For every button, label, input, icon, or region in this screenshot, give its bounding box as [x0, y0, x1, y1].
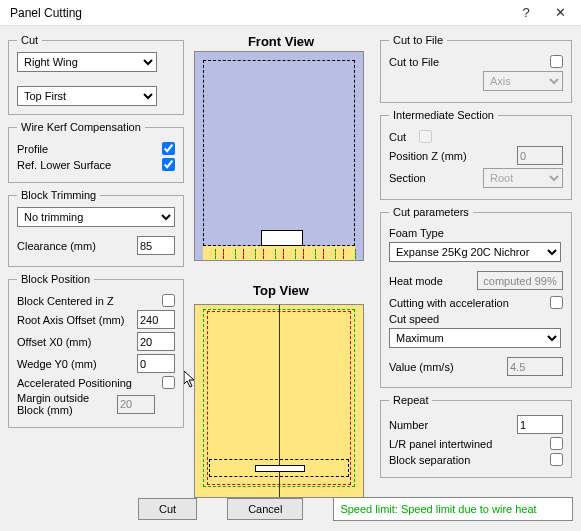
section-label: Section [389, 172, 483, 184]
heat-label: Heat mode [389, 275, 477, 287]
inter-cut-check [419, 130, 432, 143]
sep-label: Block separation [389, 454, 550, 466]
cancel-button[interactable]: Cancel [227, 498, 303, 520]
axis-select: Axis [483, 71, 563, 91]
posz-label: Position Z (mm) [389, 150, 517, 162]
cut-params-legend: Cut parameters [389, 206, 473, 218]
accel-pos-check[interactable] [162, 376, 175, 389]
front-view-canvas [194, 51, 364, 261]
inter-cut-label: Cut [389, 131, 419, 143]
wing-select[interactable]: Right Wing [17, 52, 157, 72]
status-text: Speed limit: Speed limit due to wire hea… [333, 497, 573, 521]
intermediate-group: Intermediate Section Cut Position Z (mm)… [380, 109, 572, 200]
block-pos-group: Block Position Block Centered in Z Root … [8, 273, 184, 428]
close-button[interactable]: ✕ [543, 2, 577, 24]
foam-select[interactable]: Expanse 25Kg 20C Nichror [389, 242, 561, 262]
ref-lower-label: Ref. Lower Surface [17, 159, 162, 171]
posz-input [517, 146, 563, 165]
value-label: Value (mm/s) [389, 361, 507, 373]
block-trim-legend: Block Trimming [17, 189, 100, 201]
cut-to-file-check[interactable] [550, 55, 563, 68]
root-axis-input[interactable] [137, 310, 175, 329]
accel-pos-label: Accelerated Positioning [17, 377, 162, 389]
cut-group: Cut Right Wing Top First [8, 34, 184, 115]
trim-mode-select[interactable]: No trimming [17, 207, 175, 227]
ref-lower-check[interactable] [162, 158, 175, 171]
root-axis-label: Root Axis Offset (mm) [17, 314, 137, 326]
cut-speed-select[interactable]: Maximum [389, 328, 561, 348]
help-button[interactable]: ? [509, 2, 543, 24]
intermediate-legend: Intermediate Section [389, 109, 498, 121]
cut-params-group: Cut parameters Foam Type Expanse 25Kg 20… [380, 206, 572, 388]
order-select[interactable]: Top First [17, 86, 157, 106]
repeat-number-label: Number [389, 419, 517, 431]
kerf-group: Wire Kerf Compensation Profile Ref. Lowe… [8, 121, 184, 183]
cursor-icon [184, 371, 198, 392]
offset-x0-input[interactable] [137, 332, 175, 351]
top-view-label: Top View [194, 283, 368, 298]
value-input [507, 357, 563, 376]
repeat-legend: Repeat [389, 394, 432, 406]
centered-label: Block Centered in Z [17, 295, 162, 307]
sep-check[interactable] [550, 453, 563, 466]
foam-label: Foam Type [389, 227, 563, 239]
lr-label: L/R panel intertwined [389, 438, 550, 450]
cut-button[interactable]: Cut [138, 498, 197, 520]
margin-input [117, 395, 155, 414]
clearance-input[interactable] [137, 236, 175, 255]
profile-label: Profile [17, 143, 162, 155]
cut-to-file-label: Cut to File [389, 56, 550, 68]
top-view-canvas [194, 304, 364, 498]
cut-accel-label: Cutting with acceleration [389, 297, 550, 309]
block-pos-legend: Block Position [17, 273, 94, 285]
centered-check[interactable] [162, 294, 175, 307]
cut-speed-label: Cut speed [389, 313, 563, 325]
repeat-number-input[interactable] [517, 415, 563, 434]
cut-to-file-group: Cut to File Cut to File Axis [380, 34, 572, 103]
cut-to-file-legend: Cut to File [389, 34, 447, 46]
wedge-y0-input[interactable] [137, 354, 175, 373]
heat-value [477, 271, 563, 290]
wedge-y0-label: Wedge Y0 (mm) [17, 358, 137, 370]
section-select: Root [483, 168, 563, 188]
offset-x0-label: Offset X0 (mm) [17, 336, 137, 348]
profile-check[interactable] [162, 142, 175, 155]
margin-label: Margin outside Block (mm) [17, 392, 117, 416]
clearance-label: Clearance (mm) [17, 240, 137, 252]
cut-accel-check[interactable] [550, 296, 563, 309]
front-view-label: Front View [194, 34, 368, 49]
block-trim-group: Block Trimming No trimming Clearance (mm… [8, 189, 184, 267]
kerf-legend: Wire Kerf Compensation [17, 121, 145, 133]
lr-check[interactable] [550, 437, 563, 450]
window-title: Panel Cutting [10, 6, 509, 20]
repeat-group: Repeat Number L/R panel intertwined Bloc… [380, 394, 572, 478]
cut-legend: Cut [17, 34, 42, 46]
